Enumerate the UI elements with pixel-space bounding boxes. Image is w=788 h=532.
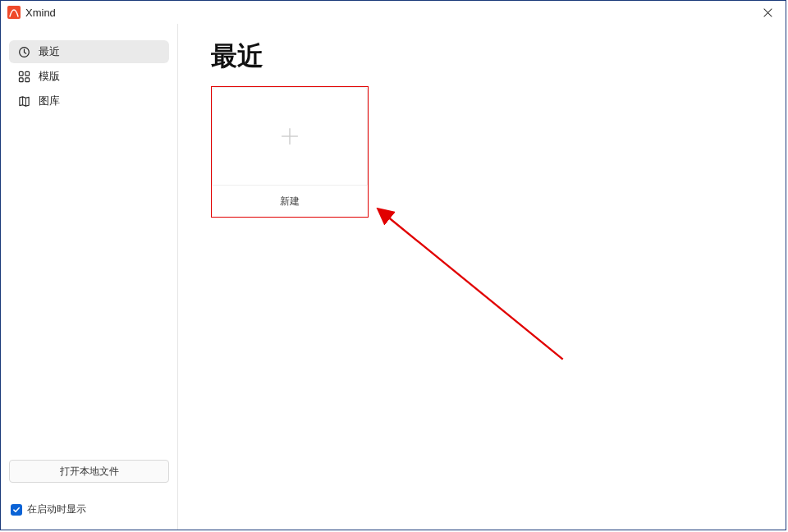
new-card[interactable]: 新建 [211,86,369,218]
app-window: Xmind 最近 [0,0,786,530]
titlebar: Xmind [1,1,786,24]
new-card-thumb [212,87,368,186]
grid-icon [17,70,30,83]
app-icon [7,6,21,19]
close-button[interactable] [754,3,781,21]
sidebar-item-label: 模版 [39,69,60,84]
app-title: Xmind [25,7,56,19]
sidebar-item-recent[interactable]: 最近 [9,40,169,63]
plus-icon [277,124,302,149]
show-on-startup-label: 在启动时显示 [27,502,86,516]
svg-rect-2 [19,71,23,76]
show-on-startup-checkbox[interactable] [11,504,22,516]
app-body: 最近 模版 [1,24,786,530]
svg-rect-0 [7,6,21,19]
sidebar: 最近 模版 [1,24,178,530]
close-icon [763,8,772,17]
sidebar-item-label: 最近 [39,44,60,59]
svg-rect-5 [25,77,29,81]
main-area: 最近 新建 [178,24,786,530]
sidebar-item-label: 图库 [39,94,60,108]
show-on-startup-row: 在启动时显示 [9,502,169,521]
sidebar-item-gallery[interactable]: 图库 [9,89,169,112]
open-local-file-label: 打开本地文件 [60,465,119,479]
open-local-file-button[interactable]: 打开本地文件 [9,460,169,483]
svg-rect-3 [25,71,29,76]
check-icon [12,506,21,514]
page-title: 最近 [211,39,753,75]
cards-grid: 新建 [211,86,753,218]
svg-rect-4 [19,77,23,81]
map-icon [17,94,30,108]
clock-icon [17,45,30,58]
new-card-caption: 新建 [212,186,368,217]
sidebar-item-templates[interactable]: 模版 [9,65,169,88]
svg-line-6 [387,216,562,359]
sidebar-nav: 最近 模版 [9,40,169,112]
